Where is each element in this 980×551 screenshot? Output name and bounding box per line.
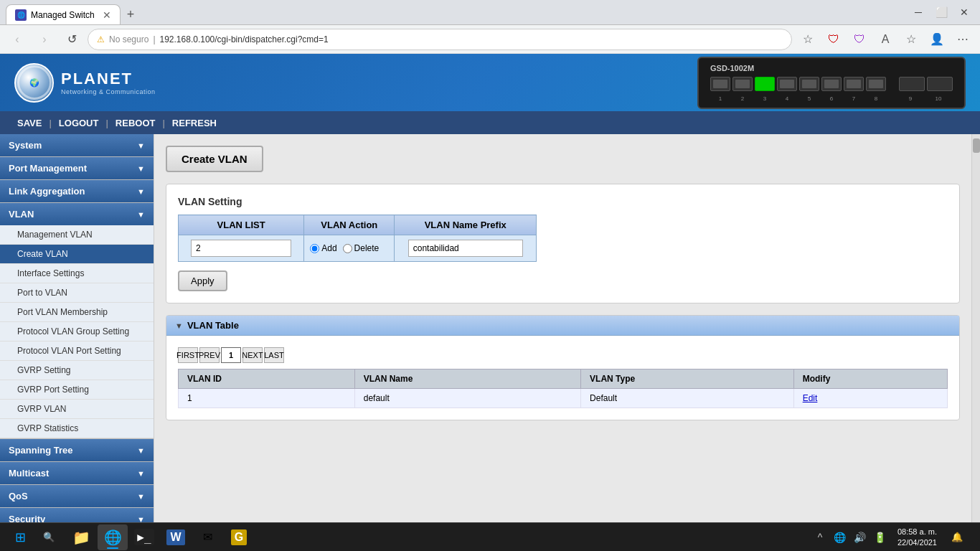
sidebar-spanning-tree-arrow: ▼ <box>137 446 145 455</box>
translate-btn[interactable]: A <box>874 28 897 51</box>
taskbar-app-file-explorer[interactable]: 📁 <box>66 524 96 550</box>
vlan-table-collapse-icon[interactable]: ▼ <box>175 321 183 330</box>
sfp-port-10[interactable] <box>927 77 953 91</box>
notification-button[interactable]: 🔔 <box>946 524 969 550</box>
port-7[interactable] <box>844 77 864 91</box>
pagination-next[interactable]: NEXT <box>242 347 263 363</box>
tab-close-btn[interactable]: ✕ <box>103 9 111 21</box>
sidebar-item-gvrp-port-setting[interactable]: GVRP Port Setting <box>0 380 154 400</box>
port-6[interactable] <box>821 77 842 91</box>
edit-link[interactable]: Edit <box>803 393 818 403</box>
pagination-first[interactable]: FIRST <box>178 347 198 363</box>
sidebar-system-arrow: ▼ <box>137 141 145 150</box>
sidebar-item-port-to-vlan[interactable]: Port to VLAN <box>0 283 154 303</box>
sidebar-item-protocol-vlan-group[interactable]: Protocol VLAN Group Setting <box>0 322 154 342</box>
port-1[interactable] <box>710 77 730 91</box>
port-label-2: 2 <box>732 95 753 102</box>
vlan-action-delete-radio[interactable] <box>343 244 352 253</box>
sidebar-item-gvrp-statistics[interactable]: GVRP Statistics <box>0 419 154 438</box>
close-btn[interactable]: ✕ <box>954 2 974 22</box>
page-title[interactable]: Create VLAN <box>166 146 263 172</box>
pagination-current[interactable]: 1 <box>221 347 241 363</box>
device-model-label: GSD-1002M <box>710 64 953 72</box>
logout-button[interactable]: LOGOUT <box>53 118 105 128</box>
logo-circle: 🌍 <box>14 63 54 103</box>
port-4[interactable] <box>777 77 797 91</box>
vlan-action-add-label[interactable]: Add <box>310 243 336 253</box>
profile-btn[interactable]: 👤 <box>925 28 948 51</box>
sidebar-item-interface-settings[interactable]: Interface Settings <box>0 264 154 283</box>
shield-btn[interactable]: 🛡 <box>848 28 871 51</box>
taskbar-app-edge[interactable]: 🌐 <box>98 524 128 550</box>
pagination-prev[interactable]: PREV <box>199 347 220 363</box>
maximize-btn[interactable]: ⬜ <box>931 2 951 22</box>
address-separator: | <box>153 34 155 44</box>
th-vlan-id: VLAN ID <box>179 369 355 389</box>
sidebar-item-management-vlan[interactable]: Management VLAN <box>0 225 154 245</box>
clock-date: 22/04/2021 <box>897 537 937 548</box>
logo-subtitle-text: Networking & Communication <box>61 88 156 95</box>
scrollbar[interactable] <box>971 134 980 551</box>
port-5[interactable] <box>799 77 819 91</box>
extension-btn[interactable]: 🛡 <box>822 28 845 51</box>
taskbar-app-golden[interactable]: G <box>224 524 254 550</box>
scrollbar-thumb[interactable] <box>973 138 980 153</box>
port-8[interactable] <box>866 77 886 91</box>
tray-chevron-icon[interactable]: ^ <box>811 529 829 546</box>
apply-button[interactable]: Apply <box>178 270 227 291</box>
vlan-name-prefix-input[interactable] <box>408 240 523 257</box>
minimize-btn[interactable]: ─ <box>908 2 928 22</box>
sidebar-item-port-vlan-membership[interactable]: Port VLAN Membership <box>0 303 154 322</box>
th-vlan-name: VLAN Name <box>354 369 580 389</box>
port-label-6: 6 <box>821 95 842 102</box>
sidebar-item-gvrp-setting[interactable]: GVRP Setting <box>0 361 154 380</box>
vlan-action-add-radio[interactable] <box>310 244 319 253</box>
taskbar-app-word[interactable]: W <box>161 524 191 550</box>
back-btn[interactable]: ‹ <box>6 28 29 51</box>
sidebar-header-qos[interactable]: QoS ▼ <box>0 485 154 507</box>
menu-btn[interactable]: ⋯ <box>951 28 974 51</box>
reboot-button[interactable]: REBOOT <box>110 118 161 128</box>
port-2[interactable] <box>732 77 753 91</box>
address-bar[interactable]: ⚠ No seguro | 192.168.0.100/cgi-bin/disp… <box>88 29 792 50</box>
sidebar-header-link-agg[interactable]: Link Aggregation ▼ <box>0 180 154 202</box>
sidebar-multicast-arrow: ▼ <box>137 469 145 478</box>
favorites-btn[interactable]: ☆ <box>900 28 923 51</box>
port-label-7: 7 <box>844 95 864 102</box>
sidebar-header-port-mgmt[interactable]: Port Management ▼ <box>0 157 154 179</box>
main-content: System ▼ Port Management ▼ Link Aggregat… <box>0 134 980 551</box>
vlan-type-cell: Default <box>581 389 794 408</box>
port-3[interactable] <box>755 77 775 91</box>
sidebar-item-gvrp-vlan[interactable]: GVRP VLAN <box>0 400 154 419</box>
refresh-button[interactable]: REFRESH <box>166 118 222 128</box>
star-btn[interactable]: ☆ <box>796 28 819 51</box>
search-button[interactable]: 🔍 <box>34 524 63 550</box>
vlan-setting-table: VLAN LIST VLAN Action VLAN Name Prefix <box>178 215 537 262</box>
vlan-list-input[interactable] <box>191 240 291 257</box>
new-tab-button[interactable]: + <box>121 4 141 24</box>
sidebar-item-create-vlan[interactable]: Create VLAN <box>0 245 154 264</box>
start-button[interactable]: ⊞ <box>6 524 34 550</box>
pagination-last[interactable]: LAST <box>264 347 284 363</box>
taskbar-clock[interactable]: 08:58 a. m. 22/04/2021 <box>892 527 943 548</box>
sidebar-header-spanning-tree[interactable]: Spanning Tree ▼ <box>0 439 154 461</box>
sidebar-item-protocol-vlan-port[interactable]: Protocol VLAN Port Setting <box>0 342 154 361</box>
sidebar-header-system[interactable]: System ▼ <box>0 134 154 156</box>
taskbar-app-outlook[interactable]: ✉ <box>192 524 222 550</box>
taskbar-app-terminal[interactable]: ▶_ <box>129 524 159 550</box>
vlan-action-delete-label[interactable]: Delete <box>343 243 380 253</box>
refresh-btn[interactable]: ↺ <box>60 28 83 51</box>
forward-btn[interactable]: › <box>33 28 56 51</box>
sidebar-section-qos: QoS ▼ <box>0 485 154 508</box>
sidebar-header-multicast[interactable]: Multicast ▼ <box>0 462 154 484</box>
tray-speaker-icon[interactable]: 🔊 <box>852 529 869 546</box>
sfp-port-9[interactable] <box>899 77 925 91</box>
tray-network-icon[interactable]: 🌐 <box>831 529 849 546</box>
active-tab[interactable]: 🌐 Managed Switch ✕ <box>6 4 121 24</box>
vlan-table-content: FIRST PREV 1 NEXT LAST VLAN ID VLAN Name… <box>166 336 959 420</box>
tab-bar: 🌐 Managed Switch ✕ + <box>6 0 141 24</box>
save-button[interactable]: SAVE <box>11 118 47 128</box>
sidebar-qos-arrow: ▼ <box>137 492 145 501</box>
tray-battery-icon[interactable]: 🔋 <box>872 529 889 546</box>
sidebar-header-vlan[interactable]: VLAN ▼ <box>0 203 154 225</box>
